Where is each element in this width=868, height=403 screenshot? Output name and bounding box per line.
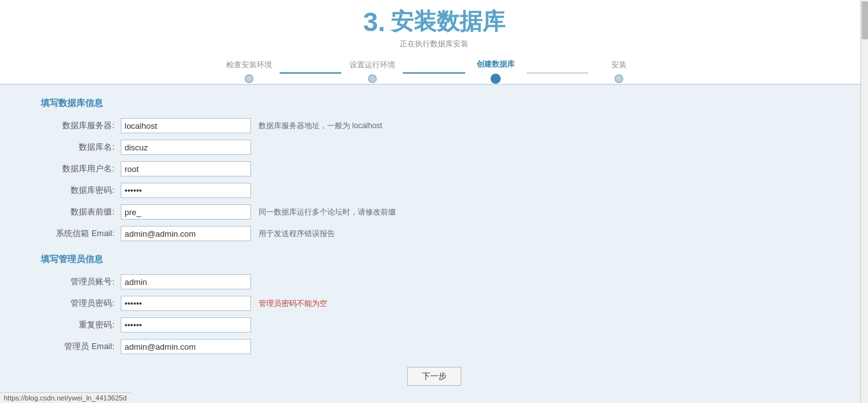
db-field-label-1: 数据库名:	[38, 142, 121, 153]
db-field-row-3: 数据库密码:	[38, 183, 830, 198]
admin-section-title: 填写管理员信息	[38, 254, 830, 265]
db-name-input[interactable]	[121, 140, 251, 155]
step-label-db: 创建数据库	[477, 59, 515, 70]
admin-email-input[interactable]	[121, 339, 251, 354]
step-circle-db	[491, 74, 501, 84]
main-title: 安装数据库	[391, 6, 505, 37]
step-item-check: 检查安装环境	[218, 60, 280, 83]
admin-field-row-3: 管理员 Email:	[38, 339, 830, 354]
db-section-title: 填写数据库信息	[38, 98, 830, 109]
step-line-1	[280, 72, 341, 74]
step-label-check: 检查安装环境	[226, 60, 272, 70]
admin-repassword-input[interactable]	[121, 317, 251, 333]
db-username-input[interactable]	[121, 161, 251, 176]
db-server-hint: 数据库服务器地址，一般为 localhost	[259, 121, 383, 131]
step-item-env: 设置运行环境	[341, 60, 403, 83]
db-field-label-2: 数据库用户名:	[38, 163, 121, 175]
header-title: 3. 安装数据库	[0, 6, 868, 37]
admin-account-input[interactable]	[121, 274, 251, 289]
step-number: 3.	[363, 7, 385, 37]
db-password-input[interactable]	[121, 183, 251, 198]
admin-field-label-1: 管理员密码:	[38, 298, 121, 309]
next-button[interactable]: 下一步	[407, 367, 461, 386]
header-subtitle: 正在执行数据库安装	[0, 39, 868, 50]
db-email-hint: 用于发送程序错误报告	[259, 228, 335, 239]
step-item-install: 安装	[588, 60, 650, 83]
db-prefix-hint: 同一数据库运行多个论坛时，请修改前缀	[259, 207, 396, 218]
db-field-row-4: 数据表前缀: 同一数据库运行多个论坛时，请修改前缀	[38, 204, 830, 220]
db-section: 填写数据库信息 数据库服务器: 数据库服务器地址，一般为 localhost 数…	[38, 98, 830, 241]
db-field-label-0: 数据库服务器:	[38, 120, 121, 131]
page-wrapper: 3. 安装数据库 正在执行数据库安装 检查安装环境 设置运行环境 创建数据库	[0, 0, 868, 403]
admin-field-row-2: 重复密码:	[38, 317, 830, 333]
step-circle-install	[614, 74, 623, 83]
db-field-row-1: 数据库名:	[38, 140, 830, 155]
step-line-2	[403, 72, 465, 74]
admin-section: 填写管理员信息 管理员账号: 管理员密码: 管理员密码不能为空 重复密码: 管理…	[38, 254, 830, 354]
db-field-row-5: 系统信箱 Email: 用于发送程序错误报告	[38, 226, 830, 241]
scrollbar[interactable]	[860, 0, 868, 403]
header: 3. 安装数据库 正在执行数据库安装	[0, 0, 868, 53]
db-email-input[interactable]	[121, 226, 251, 241]
step-circle-env	[368, 74, 377, 83]
admin-field-label-3: 管理员 Email:	[38, 341, 121, 352]
db-field-label-4: 数据表前缀:	[38, 206, 121, 218]
step-circle-check	[245, 74, 254, 83]
admin-password-input[interactable]	[121, 296, 251, 311]
admin-field-row-1: 管理员密码: 管理员密码不能为空	[38, 296, 830, 311]
main-content: 填写数据库信息 数据库服务器: 数据库服务器地址，一般为 localhost 数…	[0, 85, 868, 403]
progress-steps: 检查安装环境 设置运行环境 创建数据库 安装	[218, 59, 650, 84]
db-field-row-0: 数据库服务器: 数据库服务器地址，一般为 localhost	[38, 118, 830, 133]
admin-password-hint: 管理员密码不能为空	[259, 298, 327, 309]
db-server-input[interactable]	[121, 118, 251, 133]
admin-field-label-2: 重复密码:	[38, 319, 121, 331]
step-label-env: 设置运行环境	[349, 60, 395, 70]
step-item-db: 创建数据库	[465, 59, 527, 84]
admin-field-label-0: 管理员账号:	[38, 276, 121, 287]
db-prefix-input[interactable]	[121, 204, 251, 220]
db-field-label-3: 数据库密码:	[38, 185, 121, 196]
step-line-3	[527, 72, 588, 74]
admin-field-row-0: 管理员账号:	[38, 274, 830, 289]
scrollbar-thumb[interactable]	[862, 1, 868, 39]
progress-bar-area: 检查安装环境 设置运行环境 创建数据库 安装	[0, 53, 868, 85]
db-field-row-2: 数据库用户名:	[38, 161, 830, 176]
btn-area: 下一步	[38, 367, 830, 386]
step-label-install: 安装	[611, 60, 627, 70]
url-hint: https://blog.csdn.net/ywei_ln_4413625d	[0, 392, 130, 403]
db-field-label-5: 系统信箱 Email:	[38, 228, 121, 239]
